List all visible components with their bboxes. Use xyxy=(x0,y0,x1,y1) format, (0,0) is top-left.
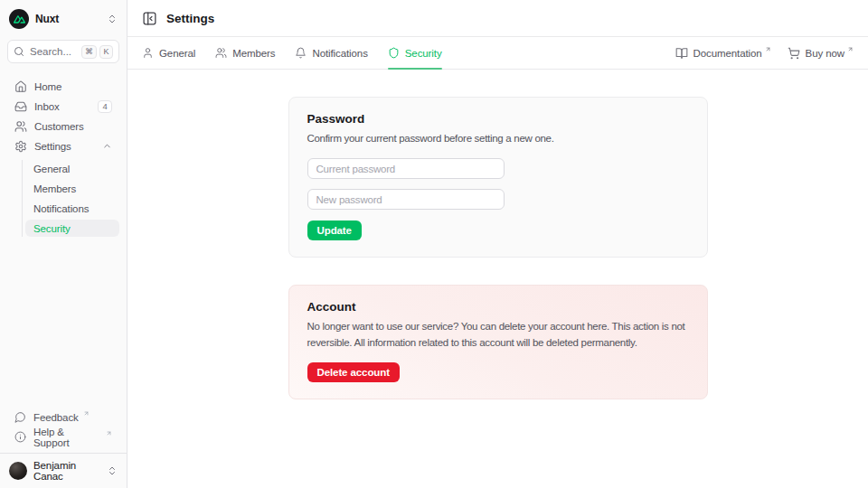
sidebar-item-label: Home xyxy=(34,81,61,92)
gear-icon xyxy=(14,140,27,153)
header-links: Documentation Buy now xyxy=(675,47,854,60)
inbox-icon xyxy=(14,100,27,113)
chevrons-up-down-icon xyxy=(107,14,118,24)
card-title: Password xyxy=(307,112,689,126)
card-description-line2: reversible. All information related to t… xyxy=(307,334,689,351)
shield-icon xyxy=(388,47,400,59)
sidebar-item-label: Settings xyxy=(34,141,71,152)
kbd-meta: ⌘ xyxy=(81,45,97,59)
workspace-name: Nuxt xyxy=(35,13,100,25)
sidebar-item-settings[interactable]: Settings xyxy=(7,137,119,155)
search-input[interactable]: Search... ⌘ K xyxy=(7,40,119,63)
sidebar-item-label: Customers xyxy=(34,121,84,132)
help-support-link[interactable]: Help & Support xyxy=(7,428,119,446)
external-arrow-icon xyxy=(83,410,90,417)
password-form: Update xyxy=(307,158,689,240)
tab-label: General xyxy=(159,48,195,59)
password-card: Password Confirm your current password b… xyxy=(288,97,708,258)
sidebar-item-inbox[interactable]: Inbox 4 xyxy=(7,98,119,115)
tab-notifications[interactable]: Notifications xyxy=(295,37,367,69)
update-button[interactable]: Update xyxy=(307,221,362,240)
sidebar-item-customers[interactable]: Customers xyxy=(7,117,119,135)
nuxt-logo-icon xyxy=(9,9,29,29)
sidebar-footer: Feedback Help & Support xyxy=(7,408,119,453)
sidebar-nav: Home Inbox 4 Customers Settings xyxy=(7,78,119,237)
page-title: Settings xyxy=(166,12,214,25)
main-panel: Settings General Members xyxy=(127,0,868,488)
documentation-link[interactable]: Documentation xyxy=(675,47,771,60)
tab-label: Security xyxy=(405,48,442,59)
sidebar-item-home[interactable]: Home xyxy=(7,78,119,95)
user-name: Benjamin Canac xyxy=(33,460,100,482)
info-icon xyxy=(14,431,26,443)
sidebar-item-security[interactable]: Security xyxy=(25,220,119,237)
chevrons-up-down-icon xyxy=(107,465,118,476)
tab-general[interactable]: General xyxy=(142,37,195,69)
tab-members[interactable]: Members xyxy=(215,37,275,69)
chevron-up-icon xyxy=(102,141,112,151)
home-icon xyxy=(14,80,27,93)
inbox-count-badge: 4 xyxy=(98,100,112,113)
tabs: General Members Notifications xyxy=(142,37,442,69)
footer-link-label: Help & Support xyxy=(33,427,101,448)
settings-security-content: Password Confirm your current password b… xyxy=(127,70,868,488)
new-password-field[interactable] xyxy=(307,189,505,210)
shopping-cart-icon xyxy=(788,47,800,60)
footer-link-label: Feedback xyxy=(33,412,79,423)
search-icon xyxy=(14,46,24,57)
tab-security[interactable]: Security xyxy=(388,37,442,69)
search-shortcut: ⌘ K xyxy=(81,45,113,59)
top-link-label: Documentation xyxy=(693,48,762,59)
card-title: Account xyxy=(307,300,689,314)
feedback-link[interactable]: Feedback xyxy=(7,408,119,426)
tab-label: Notifications xyxy=(312,48,367,59)
users-icon xyxy=(215,47,227,59)
top-link-label: Buy now xyxy=(806,48,844,59)
workspace-switcher[interactable]: Nuxt xyxy=(7,7,119,31)
search-placeholder: Search... xyxy=(30,46,71,57)
external-arrow-icon xyxy=(765,46,771,52)
users-icon xyxy=(14,120,27,133)
sidebar-item-label: Members xyxy=(33,183,76,194)
delete-account-button[interactable]: Delete account xyxy=(307,362,400,382)
sidebar-item-notifications[interactable]: Notifications xyxy=(25,200,119,217)
sidebar-toggle-icon[interactable] xyxy=(142,11,157,26)
sidebar-item-members[interactable]: Members xyxy=(25,180,119,197)
settings-subnav: General Members Notifications Security xyxy=(22,160,119,237)
page-header: Settings xyxy=(127,0,868,37)
sidebar-item-general[interactable]: General xyxy=(25,160,119,177)
buy-now-link[interactable]: Buy now xyxy=(788,47,854,60)
sidebar-item-label: Inbox xyxy=(34,101,60,112)
card-description: Confirm your current password before set… xyxy=(307,130,689,146)
user-icon xyxy=(142,47,154,59)
external-arrow-icon xyxy=(106,430,112,436)
current-password-field[interactable] xyxy=(307,158,505,179)
card-description-line1: No longer want to use our service? You c… xyxy=(307,318,689,334)
user-menu[interactable]: Benjamin Canac xyxy=(0,453,127,488)
tab-label: Members xyxy=(232,48,275,59)
sidebar-item-label: General xyxy=(33,164,70,174)
tab-bar: General Members Notifications xyxy=(127,37,868,70)
app-window: Nuxt Search... ⌘ K Home xyxy=(0,0,868,488)
book-open-icon xyxy=(675,47,688,60)
sidebar-item-label: Notifications xyxy=(33,203,89,214)
avatar xyxy=(9,462,27,480)
sidebar-spacer xyxy=(7,237,119,408)
kbd-k: K xyxy=(99,45,113,59)
sidebar-item-label: Security xyxy=(33,223,71,234)
sidebar: Nuxt Search... ⌘ K Home xyxy=(0,0,127,488)
bell-icon xyxy=(295,47,307,59)
account-card: Account No longer want to use our servic… xyxy=(288,285,708,399)
external-arrow-icon xyxy=(847,46,854,52)
message-circle-icon xyxy=(14,411,26,423)
